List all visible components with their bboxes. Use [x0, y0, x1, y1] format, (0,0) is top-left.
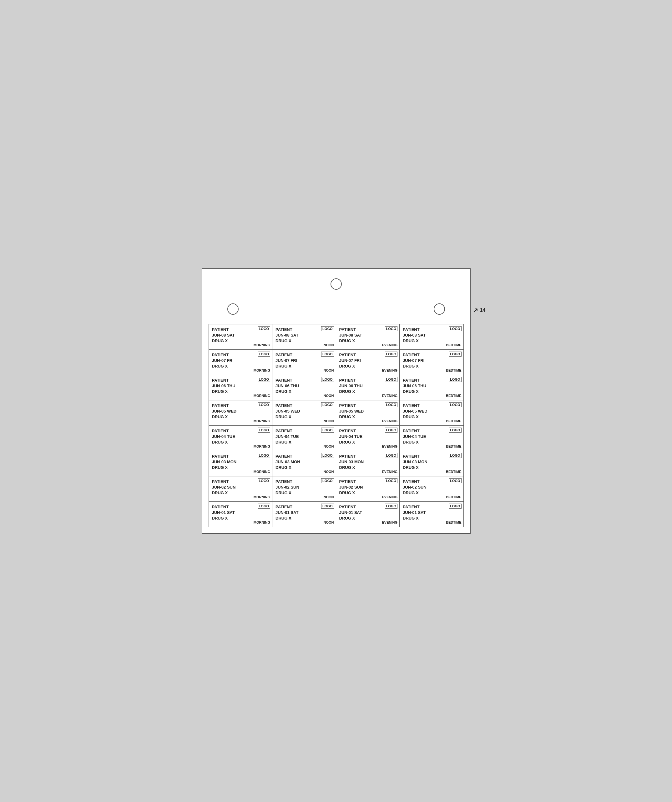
medication-cell: PATIENTJUN-02 SUNDRUG XLOGOBEDTIME — [400, 476, 464, 501]
medication-cell: PATIENTJUN-08 SATDRUG XLOGOBEDTIME — [400, 324, 464, 349]
cell-date-label: JUN-04 TUE — [403, 434, 460, 440]
medication-cell: PATIENTJUN-04 TUEDRUG XLOGONOON — [272, 426, 336, 451]
time-label: BEDTIME — [446, 495, 462, 499]
time-label: MORNING — [254, 495, 270, 499]
medication-cell: PATIENTJUN-03 MONDRUG XLOGOMORNING — [209, 451, 273, 476]
cell-date-label: JUN-05 WED — [212, 409, 269, 414]
time-label: EVENING — [382, 394, 397, 398]
medication-grid: PATIENTJUN-08 SATDRUG XLOGOMORNINGPATIEN… — [208, 324, 464, 527]
medication-cell: PATIENTJUN-02 SUNDRUG XLOGONOON — [272, 476, 336, 501]
time-label: NOON — [324, 343, 334, 347]
cell-date-label: JUN-08 SAT — [276, 333, 333, 338]
time-label: MORNING — [254, 445, 270, 448]
time-label: NOON — [324, 495, 334, 499]
logo-badge: LOGO — [258, 504, 270, 509]
cell-date-label: JUN-08 SAT — [339, 333, 396, 338]
logo-badge: LOGO — [258, 377, 270, 382]
logo-badge: LOGO — [258, 326, 270, 331]
time-label: EVENING — [382, 343, 397, 347]
medication-cell: PATIENTJUN-04 TUEDRUG XLOGOBEDTIME — [400, 426, 464, 451]
logo-badge: LOGO — [385, 326, 397, 331]
medication-cell: PATIENTJUN-07 FRIDRUG XLOGOEVENING — [336, 350, 400, 375]
cell-date-label: JUN-04 TUE — [339, 434, 396, 440]
medication-cell: PATIENTJUN-01 SATDRUG XLOGOBEDTIME — [400, 502, 464, 527]
grid-row: PATIENTJUN-05 WEDDRUG XLOGOMORNINGPATIEN… — [209, 400, 464, 426]
time-label: BEDTIME — [446, 343, 462, 347]
grid-row: PATIENTJUN-04 TUEDRUG XLOGOMORNINGPATIEN… — [209, 426, 464, 451]
cell-date-label: JUN-01 SAT — [403, 510, 460, 516]
medication-cell: PATIENTJUN-03 MONDRUG XLOGOEVENING — [336, 451, 400, 476]
cell-date-label: JUN-04 TUE — [212, 434, 269, 440]
time-label: MORNING — [254, 369, 270, 372]
logo-badge: LOGO — [258, 453, 270, 458]
logo-badge: LOGO — [321, 402, 334, 407]
middle-section — [208, 300, 464, 324]
medication-cell: PATIENTJUN-07 FRIDRUG XLOGOMORNING — [209, 350, 273, 375]
circle-right — [434, 303, 445, 315]
medication-cell: PATIENTJUN-04 TUEDRUG XLOGOEVENING — [336, 426, 400, 451]
medication-cell: PATIENTJUN-05 WEDDRUG XLOGONOON — [272, 400, 336, 425]
time-label: NOON — [324, 419, 334, 423]
time-label: NOON — [324, 470, 334, 474]
medication-cell: PATIENTJUN-03 MONDRUG XLOGONOON — [272, 451, 336, 476]
time-label: MORNING — [254, 343, 270, 347]
logo-badge: LOGO — [449, 478, 461, 483]
cell-date-label: JUN-08 SAT — [403, 333, 460, 338]
cell-date-label: JUN-03 MON — [339, 459, 396, 465]
medication-cell: PATIENTJUN-01 SATDRUG XLOGONOON — [272, 502, 336, 527]
logo-badge: LOGO — [321, 377, 334, 382]
logo-badge: LOGO — [449, 428, 461, 433]
logo-badge: LOGO — [449, 504, 461, 509]
medication-cell: PATIENTJUN-04 TUEDRUG XLOGOMORNING — [209, 426, 273, 451]
cell-date-label: JUN-07 FRI — [403, 358, 460, 364]
grid-row: PATIENTJUN-03 MONDRUG XLOGOMORNINGPATIEN… — [209, 451, 464, 476]
cell-date-label: JUN-02 SUN — [339, 485, 396, 490]
cell-date-label: JUN-05 WED — [403, 409, 460, 414]
medication-cell: PATIENTJUN-08 SATDRUG XLOGOEVENING — [336, 324, 400, 349]
logo-badge: LOGO — [385, 402, 397, 407]
medication-cell: PATIENTJUN-05 WEDDRUG XLOGOMORNING — [209, 400, 273, 425]
time-label: EVENING — [382, 495, 397, 499]
ref-arrow: ↗ — [473, 307, 478, 314]
medication-cell: PATIENTJUN-06 THUDRUG XLOGOEVENING — [336, 375, 400, 400]
time-label: BEDTIME — [446, 419, 462, 423]
logo-badge: LOGO — [321, 326, 334, 331]
cell-date-label: JUN-06 THU — [403, 383, 460, 389]
medication-cell: PATIENTJUN-07 FRIDRUG XLOGOBEDTIME — [400, 350, 464, 375]
grid-row: PATIENTJUN-06 THUDRUG XLOGOMORNINGPATIEN… — [209, 375, 464, 400]
cell-date-label: JUN-07 FRI — [339, 358, 396, 364]
cell-date-label: JUN-02 SUN — [403, 485, 460, 490]
medication-cell: PATIENTJUN-03 MONDRUG XLOGOBEDTIME — [400, 451, 464, 476]
grid-row: PATIENTJUN-07 FRIDRUG XLOGOMORNINGPATIEN… — [209, 350, 464, 375]
cell-date-label: JUN-05 WED — [339, 409, 396, 414]
time-label: EVENING — [382, 470, 397, 474]
logo-badge: LOGO — [321, 453, 334, 458]
cell-date-label: JUN-05 WED — [276, 409, 333, 414]
cell-date-label: JUN-07 FRI — [212, 358, 269, 364]
logo-badge: LOGO — [385, 377, 397, 382]
medication-cell: PATIENTJUN-02 SUNDRUG XLOGOMORNING — [209, 476, 273, 501]
time-label: EVENING — [382, 445, 397, 448]
logo-badge: LOGO — [385, 478, 397, 483]
logo-badge: LOGO — [321, 428, 334, 433]
cell-date-label: JUN-02 SUN — [276, 485, 333, 490]
logo-badge: LOGO — [321, 478, 334, 483]
cell-date-label: JUN-07 FRI — [276, 358, 333, 364]
time-label: MORNING — [254, 394, 270, 398]
grid-row: PATIENTJUN-02 SUNDRUG XLOGOMORNINGPATIEN… — [209, 476, 464, 502]
time-label: BEDTIME — [446, 521, 462, 524]
cell-date-label: JUN-01 SAT — [212, 510, 269, 516]
cell-date-label: JUN-06 THU — [339, 383, 396, 389]
document-page: ↗ 14 PATIENTJUN-08 SATDRUG XLOGOMORNINGP… — [202, 268, 471, 534]
top-center-circle — [331, 278, 342, 289]
logo-badge: LOGO — [449, 352, 461, 357]
time-label: NOON — [324, 369, 334, 372]
top-section — [208, 275, 464, 300]
reference-number: ↗ 14 — [473, 307, 486, 314]
cell-date-label: JUN-06 THU — [276, 383, 333, 389]
cell-date-label: JUN-01 SAT — [339, 510, 396, 516]
time-label: NOON — [324, 394, 334, 398]
ref-label: 14 — [480, 307, 486, 313]
medication-cell: PATIENTJUN-08 SATDRUG XLOGOMORNING — [209, 324, 273, 349]
cell-date-label: JUN-03 MON — [403, 459, 460, 465]
